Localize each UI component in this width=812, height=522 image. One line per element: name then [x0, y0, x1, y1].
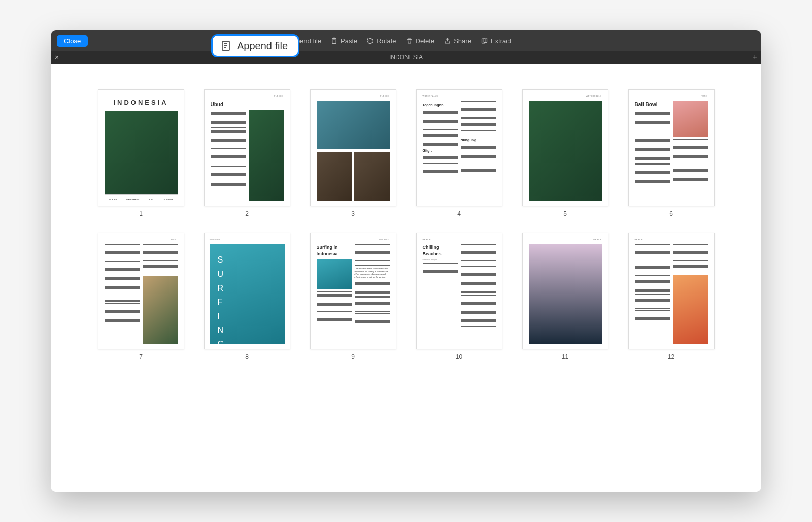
delete-button[interactable]: Delete: [405, 37, 435, 45]
tab-bar: × INDONESIA +: [51, 51, 761, 64]
append-file-callout: Append file: [211, 34, 299, 57]
append-file-icon: [220, 40, 232, 52]
page-number: 1: [139, 210, 143, 217]
page-number: 11: [562, 353, 568, 361]
page-number: 7: [139, 353, 143, 361]
paste-button[interactable]: Paste: [330, 37, 357, 45]
page-number: 8: [245, 353, 249, 361]
tab-add-icon[interactable]: +: [753, 53, 757, 61]
page-thumbnail[interactable]: PLACES Ubud 2: [202, 89, 291, 217]
tab-title: INDONESIA: [389, 54, 423, 61]
extract-icon: [481, 37, 488, 45]
thumbnail-area: INDONESIA PLACES WATERFALLS FOOD SURFING…: [51, 64, 761, 492]
page-thumbnail[interactable]: PLACES 3: [309, 89, 397, 217]
trash-icon: [405, 37, 413, 45]
thumbnail-grid: INDONESIA PLACES WATERFALLS FOOD SURFING…: [96, 89, 716, 361]
page-number: 9: [351, 353, 355, 361]
tab-close-icon[interactable]: ×: [55, 54, 59, 61]
extract-button[interactable]: Extract: [481, 37, 511, 45]
share-icon: [444, 37, 451, 45]
paste-icon: [330, 37, 338, 45]
cover-labels: PLACES WATERFALLS FOOD SURFING: [105, 194, 178, 201]
app-window: Close Add Append file Paste Rotate Delet…: [51, 30, 761, 492]
close-button[interactable]: Close: [57, 35, 88, 47]
page-number: 12: [668, 353, 674, 361]
page-thumbnail[interactable]: FOOD Bali Bowl 6: [627, 89, 716, 217]
rotate-button[interactable]: Rotate: [366, 37, 396, 45]
page-number: 5: [563, 210, 567, 217]
page-thumbnail[interactable]: BEACH Chilling Beaches Uluwatu Temple: [415, 233, 503, 361]
page-number: 3: [351, 210, 355, 217]
page-number: 10: [456, 353, 462, 361]
page-thumbnail[interactable]: BEACH 11: [521, 233, 610, 361]
page-thumbnail[interactable]: SURFING S U R F I N G 8: [202, 233, 291, 361]
cover-title: INDONESIA: [105, 98, 178, 107]
page-thumbnail[interactable]: BEACH: [627, 233, 716, 361]
toolbar: Close Add Append file Paste Rotate Delet…: [51, 30, 761, 51]
page-thumbnail[interactable]: INDONESIA PLACES WATERFALLS FOOD SURFING…: [96, 89, 185, 217]
rotate-icon: [366, 37, 374, 45]
page-thumbnail[interactable]: WATERFALLS Tegenungan Gitgit Nung: [415, 89, 503, 217]
page-number: 4: [457, 210, 461, 217]
page-number: 2: [245, 210, 249, 217]
share-button[interactable]: Share: [444, 37, 471, 45]
page-thumbnail[interactable]: FOOD 7: [96, 233, 185, 361]
page-thumbnail[interactable]: SURFING Surfing in Indonesia The island …: [309, 233, 397, 361]
page-thumbnail[interactable]: WATERFALLS 5: [521, 89, 610, 217]
page-number: 6: [669, 210, 673, 217]
surfing-letters: S U R F I N G: [218, 254, 285, 339]
